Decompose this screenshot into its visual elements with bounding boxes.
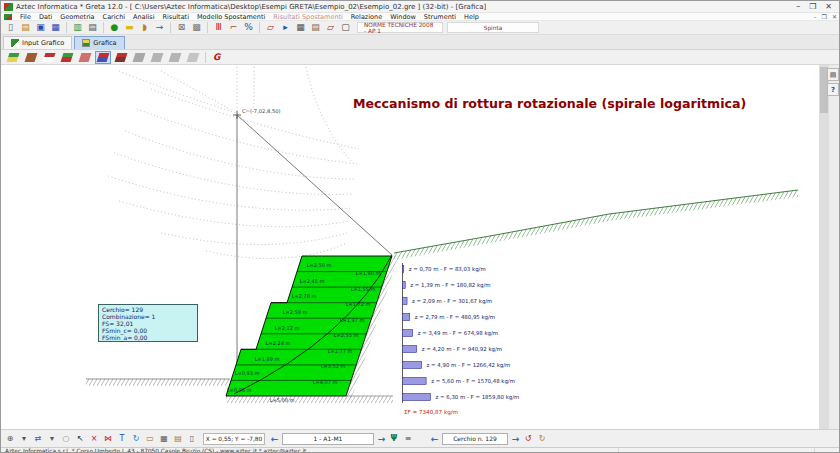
mdi-restore-icon[interactable]: ❒ [822, 13, 827, 20]
pointer-icon[interactable]: ↖ [74, 432, 86, 445]
save-icon[interactable]: ▣ [34, 22, 47, 34]
sphere-icon[interactable]: ● [108, 22, 121, 34]
menu-geometria[interactable]: Geometria [56, 13, 98, 21]
flag-icon[interactable]: ▸ [279, 22, 292, 34]
scroll-panel-icon[interactable]: ▤ [827, 68, 839, 81]
grid-icon[interactable]: ▦ [294, 22, 307, 34]
copy-icon[interactable]: ▦ [49, 22, 62, 34]
mdi-close-icon[interactable]: ✕ [832, 13, 837, 20]
pan-dropdown-icon[interactable]: ▾ [46, 432, 58, 445]
wall-type-11-icon[interactable] [185, 51, 201, 64]
table-icon[interactable]: ▦ [158, 432, 170, 445]
norme-tecniche-box[interactable]: NORME TECNICHE 2008 - AP 1 [357, 22, 443, 33]
tree-icon[interactable]: Ψ [388, 432, 400, 445]
wall-type-1-icon[interactable] [5, 51, 21, 64]
wall-type-4-icon[interactable] [59, 51, 75, 64]
wall-type-2-icon[interactable] [23, 51, 39, 64]
pan-icon[interactable]: ⇄ [32, 432, 44, 445]
wall-type-8-icon[interactable] [131, 51, 147, 64]
list-icon[interactable]: ≡ [402, 432, 414, 445]
wall-type-9-icon[interactable] [149, 51, 165, 64]
corner-icon[interactable]: ⌐ [227, 22, 240, 34]
wall-base-length-label: L=5,00 m [270, 397, 295, 403]
tab-grafica[interactable]: Grafica [74, 36, 124, 49]
menu-strumenti[interactable]: Strumenti [420, 13, 460, 21]
document-icon [4, 14, 12, 20]
layers-icon[interactable]: ▬ [123, 22, 136, 34]
text-icon[interactable]: T [116, 432, 128, 445]
menu-risultati-spostamenti[interactable]: Risultati Spostamenti [269, 13, 347, 21]
menu-window[interactable]: Window [386, 13, 420, 21]
page-icon[interactable]: ▯ [186, 432, 198, 445]
next-cerchio-icon[interactable]: → [510, 434, 521, 444]
help-icon[interactable]: ? [827, 83, 839, 96]
status-bar: Aztec Informatica s.r.l. * Corso Umberto… [1, 447, 840, 453]
report-icon[interactable]: ▤ [86, 22, 99, 34]
menu-modello-spostamenti[interactable]: Modello Spostamenti [193, 13, 269, 21]
application-window: Aztec Informatica * Greta 12.0 - [ C:\Us… [0, 0, 840, 453]
wall-type-7-icon[interactable] [113, 51, 129, 64]
menu-risultati[interactable]: Risultati [158, 13, 193, 21]
cerchio-value: Cerchio= 129 [102, 306, 194, 313]
ledger-icon[interactable]: ▤ [172, 432, 184, 445]
wall-check-icon[interactable]: ▱ [324, 22, 337, 34]
drawing-canvas[interactable]: C=(-7,02,8,50)L=2,50 mL=2,45 mL=2,78 mL=… [1, 65, 819, 429]
prev-cerchio-icon[interactable]: ← [429, 434, 440, 444]
close-icon[interactable]: ✕ [825, 2, 832, 11]
wall-type-3-icon[interactable] [41, 51, 57, 64]
tab-label: Grafica [93, 39, 116, 47]
refresh-icon[interactable]: ↻ [130, 432, 142, 445]
section-icon[interactable]: ◗ [138, 22, 151, 34]
new-icon[interactable]: ▯ [4, 22, 17, 34]
ruler-icon[interactable]: ▭ [144, 432, 156, 445]
monitor-icon[interactable]: ▢ [339, 22, 352, 34]
input-grafico-icon [11, 39, 19, 47]
spiral-forward-icon[interactable]: ↻ [536, 432, 548, 445]
wall-icon[interactable]: ▱ [264, 22, 277, 34]
menu-dati[interactable]: Dati [35, 13, 56, 21]
next-combination-icon[interactable]: → [376, 434, 387, 444]
reinforcement-length-left-label: L=2,12 m [275, 325, 300, 331]
combination-combobox[interactable]: 1 - A1-M1 [282, 433, 374, 445]
app-icon [4, 3, 13, 11]
export-icon[interactable]: ▥ [71, 22, 84, 34]
minimize-icon[interactable]: – [796, 2, 800, 11]
wall-type-toolbar: G [1, 50, 840, 65]
force-value-label: z = 6,30 m - F = 1859,80 kg/m [436, 394, 520, 401]
toolbar-separator [103, 22, 104, 33]
wall-type-5-icon[interactable] [77, 51, 93, 64]
drawing-heading: Meccanismo di rottura rotazionale (spira… [353, 96, 746, 111]
wall-section-glyph [79, 53, 92, 62]
menu-help[interactable]: Help [460, 13, 483, 21]
delete-icon[interactable]: × [88, 432, 100, 445]
bowtie-icon[interactable]: ⋈ [102, 432, 114, 445]
arrow-right-icon[interactable]: → [153, 22, 166, 34]
menu-carichi[interactable]: Carichi [99, 13, 130, 21]
menu-file[interactable]: File [16, 13, 35, 21]
tab-input-grafico[interactable]: Input Grafico [3, 36, 72, 49]
vertical-scrollbar[interactable] [819, 65, 829, 429]
diagram-icon[interactable]: % [242, 22, 255, 34]
force-value-label: z = 2,79 m - F = 480,95 kg/m [415, 314, 495, 321]
open-icon[interactable]: ▤ [19, 22, 32, 34]
menu-analisi[interactable]: Analisi [129, 13, 158, 21]
columns-icon[interactable]: Ⅲ [212, 22, 225, 34]
greta-logo-icon: G [213, 52, 220, 62]
mdi-minimize-icon[interactable]: – [814, 13, 817, 20]
reinforcement-icon[interactable]: ▤ [309, 22, 322, 34]
circle-icon[interactable]: ○ [60, 432, 72, 445]
verify-icon[interactable]: ▩ [190, 22, 203, 34]
reinforcement-length-right-label: L=2,77 m [328, 348, 353, 354]
spiral-back-icon[interactable]: ↺ [522, 432, 534, 445]
hammer-icon[interactable]: ⊠ [175, 22, 188, 34]
spinta-box[interactable]: Spinta [447, 22, 539, 33]
zoom-icon[interactable]: ⊕ [4, 432, 16, 445]
maximize-icon[interactable]: ❒ [809, 2, 816, 11]
bottom-toolbar: ⊕▾⇄▾○↖×⋈T↻▭▦▤▯ X = 0,55; Y = -7,80 ← 1 -… [1, 429, 840, 447]
prev-combination-icon[interactable]: ← [269, 434, 280, 444]
wall-type-6-icon[interactable] [95, 51, 111, 64]
cerchio-combobox[interactable]: Cerchio n. 129 [442, 433, 508, 445]
menu-relazione[interactable]: Relazione [347, 13, 386, 21]
zoom-dropdown-icon[interactable]: ▾ [18, 432, 30, 445]
wall-type-10-icon[interactable] [167, 51, 183, 64]
